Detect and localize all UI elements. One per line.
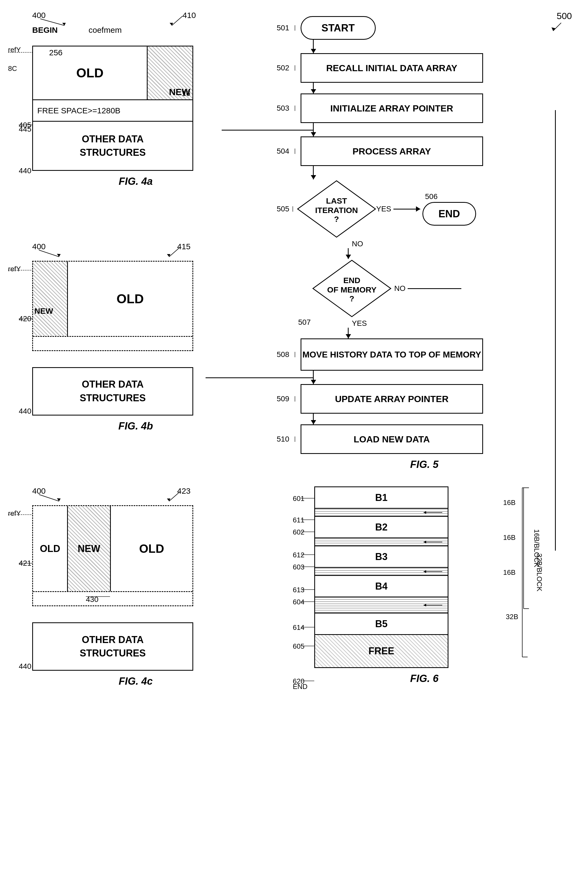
svg-line-6 [553, 23, 561, 31]
label-free-6: FREE [369, 645, 394, 657]
fc-508: MOVE HISTORY DATA TO TOP OF MEMORY [301, 338, 483, 371]
fig6-613-row [315, 568, 448, 576]
fig6-b5-row: B5 [315, 613, 448, 635]
fc-510-row: 510 LOAD NEW DATA [277, 424, 572, 454]
fig4c-label: FIG. 4c [16, 675, 255, 687]
fig6-b4-row: B4 [315, 576, 448, 597]
arrow-down-1 [313, 40, 314, 53]
ref-502: 502 [277, 64, 289, 72]
ref-504: 504 [277, 147, 289, 155]
label-other-4a: OTHER DATASTRUCTURES [33, 122, 192, 170]
svg-marker-40 [423, 541, 426, 543]
fc-start-row: 501 START [277, 11, 572, 40]
fc-506-group: 506 END [422, 192, 476, 226]
label-256-4a: 256 [49, 48, 63, 57]
fig4c: 400 423 refY [16, 486, 255, 687]
svg-marker-38 [423, 511, 426, 514]
label-old-right-4c: OLD [111, 506, 192, 591]
ref-506: 506 [425, 192, 438, 201]
arrow-down-6 [348, 328, 349, 338]
fc-505-diamond: LAST ITERATION ? [296, 179, 377, 239]
svg-line-2 [172, 16, 183, 26]
svg-line-0 [40, 19, 64, 26]
svg-line-24 [39, 250, 59, 257]
fig6-mem: B1 B2 [314, 486, 448, 668]
label-b5: B5 [375, 618, 387, 630]
arrow-down-8 [313, 413, 314, 424]
label-8c-4a: 8C [8, 65, 17, 73]
fig4b-label: FIG. 4b [16, 420, 255, 432]
fig6-612-row [315, 538, 448, 546]
svg-text:ITERATION: ITERATION [315, 206, 358, 215]
fc-start: START [301, 16, 376, 40]
ref-445-4a: 445 [19, 125, 32, 134]
fig6: B1 B2 [277, 486, 572, 687]
fig6-b3-row: B3 [315, 546, 448, 568]
no-arrow-right [408, 288, 461, 289]
fc-507-diamond: END OF MEMORY ? [312, 259, 392, 318]
ref-509: 509 [277, 395, 289, 403]
label-no-505: NO [352, 240, 572, 248]
new-dotted-4c: NEW [68, 506, 111, 591]
fig6-label: FIG. 6 [277, 673, 572, 684]
arrow-down-2 [313, 83, 314, 93]
svg-line-30 [39, 495, 59, 501]
label-yes-505: YES [376, 204, 391, 213]
fc-509: UPDATE ARRAY POINTER [301, 384, 483, 413]
ref-440-4c: 440 [19, 662, 32, 671]
gap-4c [33, 592, 192, 606]
label-yes-507: YES [352, 319, 572, 328]
arrow-down-7 [313, 371, 314, 384]
fig4a: 400 410 BEGIN coefmem [16, 11, 255, 226]
fc-506: END [422, 202, 476, 226]
ref-440-4b: 440 [19, 407, 32, 415]
label-begin-4a: BEGIN [32, 26, 58, 35]
fig6-free-row: FREE [315, 635, 448, 667]
fig5: 500 501 START 502 [277, 11, 572, 470]
fig5-label: FIG. 5 [277, 459, 572, 470]
ref-440-4a: 440 [19, 167, 32, 175]
ref-510: 510 [277, 435, 289, 444]
label-other-4c: OTHER DATASTRUCTURES [32, 622, 193, 671]
mem-block-4b: OLD [32, 261, 193, 351]
label-old-4b: OLD [68, 262, 192, 336]
label-b3: B3 [375, 551, 387, 562]
fc-502-row: 502 RECALL INITIAL DATA ARRAY [277, 53, 572, 83]
fc-510: LOAD NEW DATA [301, 424, 483, 454]
label-old-left-4c: OLD [33, 506, 68, 591]
fc-503-row: 503 INITIALIZE ARRAY POINTER [277, 93, 572, 123]
svg-text:OF MEMORY: OF MEMORY [327, 285, 376, 294]
label-free-4a: FREE SPACE>=1280B [33, 100, 192, 122]
fc-507-row: END OF MEMORY ? NO [312, 259, 572, 318]
svg-marker-44 [423, 604, 426, 606]
fc-504-row: 504 PROCESS ARRAY [277, 137, 572, 166]
page: 400 410 BEGIN coefmem [0, 0, 588, 881]
label-b4: B4 [375, 581, 387, 592]
fig4a-label: FIG. 4a [16, 176, 255, 187]
svg-text:?: ? [334, 215, 339, 224]
arrow-to-end [393, 209, 420, 209]
svg-marker-42 [423, 570, 426, 573]
fc-508-row: 508 MOVE HISTORY DATA TO TOP OF MEMORY [277, 338, 572, 371]
mem-block-4c: OLD NEW OLD [32, 505, 193, 606]
svg-text:LAST: LAST [326, 196, 347, 205]
arrow-down-3 [313, 123, 314, 137]
gap-4b [33, 337, 192, 350]
right-loop-back-line [555, 110, 556, 551]
fc-504: PROCESS ARRAY [301, 137, 483, 166]
fig6-b1-row: B1 [315, 487, 448, 509]
label-b2: B2 [375, 522, 387, 533]
ref-505: 505 [277, 204, 289, 213]
new-dotted-4b [33, 262, 68, 336]
label-coefmem-4a: coefmem [88, 26, 122, 35]
fig6-614-row [315, 597, 448, 613]
fc-503: INITIALIZE ARRAY POINTER [301, 93, 483, 123]
label-no-507: NO [394, 284, 405, 293]
mem-block-4a: OLD NEW 256 16 FREE SPACE>=1280B OTHER D… [32, 46, 193, 171]
ref-500: 500 [556, 11, 572, 21]
ref-end: END [293, 683, 308, 691]
fc-509-row: 509 UPDATE ARRAY POINTER [277, 384, 572, 413]
fig4b: 400 415 refY [16, 242, 255, 471]
label-32b-block: 32B/BLOCK [536, 553, 544, 591]
ref-507: 507 [298, 318, 311, 326]
